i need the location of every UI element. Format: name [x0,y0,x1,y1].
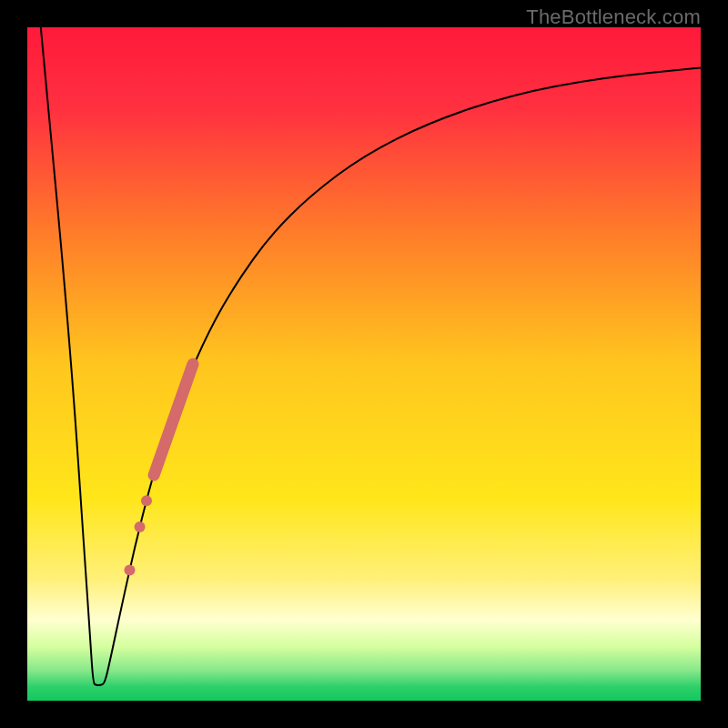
chart-svg [27,27,701,701]
marker-dot [124,564,135,575]
marker-dot [135,521,146,532]
watermark-text: TheBottleneck.com [526,5,701,29]
background-gradient [27,27,701,701]
plot-area [27,27,701,701]
chart-frame: TheBottleneck.com [0,0,728,728]
marker-dot [141,495,152,506]
